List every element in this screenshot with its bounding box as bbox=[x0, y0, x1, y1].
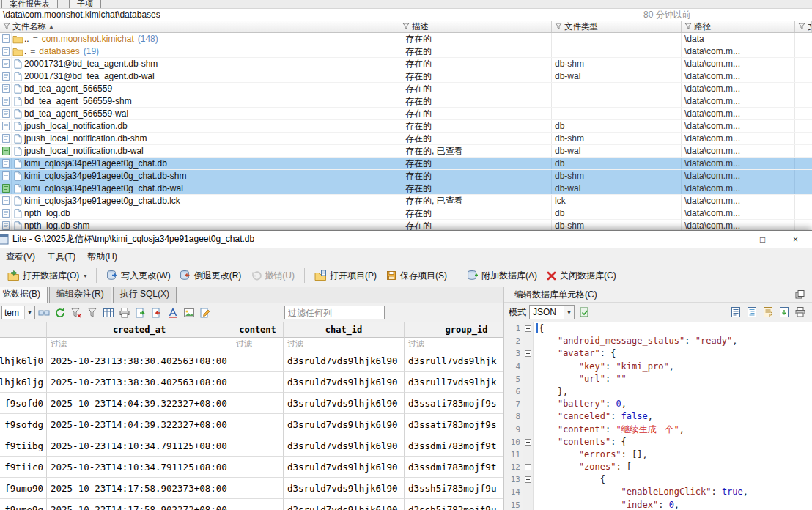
save-cell-icon[interactable] bbox=[777, 305, 791, 319]
fold-gutter[interactable] bbox=[523, 322, 534, 335]
column-filter-input[interactable]: 过滤 bbox=[284, 338, 405, 350]
menu-item-1[interactable]: 工具(T) bbox=[41, 248, 81, 265]
grid-cell[interactable]: 2025-10-23T13:38:30.402563+08:00 bbox=[47, 372, 232, 393]
grid-cell[interactable]: d3ssh5i783mojf9u bbox=[405, 478, 503, 499]
grid-cell[interactable]: d3srull7vds9lhjk bbox=[405, 350, 503, 372]
grid-cell[interactable]: d3ssdmi783mojf9t bbox=[405, 435, 503, 457]
json-code[interactable]: "content": "继续生成一个", bbox=[534, 424, 684, 436]
grid-cell[interactable]: f9sofdg bbox=[0, 414, 47, 435]
file-row[interactable]: bd_tea_agent_566559存在的\data\com.m... bbox=[0, 83, 812, 95]
grid-cell[interactable]: 2025-10-23T14:10:34.791125+08:00 bbox=[47, 457, 232, 478]
close-button[interactable]: × bbox=[779, 231, 812, 248]
grid-row[interactable]: f9sofdg2025-10-23T14:04:39.322327+08:00d… bbox=[0, 414, 503, 435]
file-row[interactable]: .=databases(19)存在的\data\com.m... bbox=[0, 45, 812, 58]
grid-cell[interactable]: 2025-10-23T14:04:39.322327+08:00 bbox=[47, 393, 232, 414]
grid-cell[interactable] bbox=[232, 499, 284, 510]
filter-funnel-icon[interactable] bbox=[555, 23, 562, 32]
tab-subitem[interactable]: 子项 bbox=[69, 0, 101, 9]
grid-row[interactable]: f9umo902025-10-23T14:17:58.902373+08:00d… bbox=[0, 478, 503, 499]
filter-funnel-icon[interactable] bbox=[402, 23, 410, 32]
minimize-button[interactable]: — bbox=[713, 231, 746, 248]
file-row[interactable]: jpush_local_notification.db存在的db\data\co… bbox=[0, 120, 812, 133]
tab-view-0[interactable]: 览数据(B) bbox=[0, 287, 48, 303]
filter-funnel-icon[interactable] bbox=[798, 23, 805, 32]
file-row[interactable]: jpush_local_notification.db-shm存在的db-shm… bbox=[0, 133, 812, 145]
json-code[interactable]: "enableLongClick": true, bbox=[534, 486, 748, 498]
file-row[interactable]: kimi_cqlosja34pe91ageet0g_chat.db-wal存在的… bbox=[0, 182, 812, 195]
grid-cell[interactable]: d3ssati783mojf9s bbox=[405, 393, 503, 414]
grid-cell[interactable]: d3sruld7vds9lhjk6l90 bbox=[284, 393, 405, 414]
json-code[interactable]: "battery": 0, bbox=[534, 398, 627, 410]
json-code[interactable]: "canceled": false, bbox=[534, 410, 653, 423]
mode-select-combo[interactable]: JSON ▼ bbox=[529, 305, 575, 319]
file-row[interactable]: npth_log.db-shm存在的db-shm\data\com.m... bbox=[0, 220, 812, 230]
file-row[interactable]: 20001731@bd_tea_agent.db-shm存在的db-shm\da… bbox=[0, 58, 812, 70]
link-table-icon[interactable] bbox=[37, 306, 51, 320]
refresh-icon[interactable] bbox=[53, 306, 67, 320]
column-header[interactable]: content bbox=[232, 322, 284, 338]
tab-view-1[interactable]: 编辑杂注(R) bbox=[49, 287, 111, 303]
grid-cell[interactable]: d3sruld7vds9lhjk6l90 bbox=[284, 499, 405, 510]
revert-changes-button[interactable]: 倒退更改(R) bbox=[176, 267, 246, 284]
grid-row[interactable]: lhjk6ljg2025-10-23T13:38:30.402563+08:00… bbox=[0, 372, 503, 393]
menu-item-0[interactable]: 查看(V) bbox=[0, 248, 41, 265]
file-row[interactable]: ..=com.moonshot.kimichat(148)存在的\data bbox=[0, 33, 812, 45]
undo-button[interactable]: 撤销(U) bbox=[246, 267, 298, 284]
json-code[interactable]: "url": "" bbox=[534, 373, 627, 385]
column-header[interactable]: created_at bbox=[47, 322, 232, 338]
fold-gutter[interactable] bbox=[523, 347, 534, 360]
edit-cell-dock-title[interactable]: 编辑数据库单元格(C) bbox=[504, 287, 812, 303]
json-code[interactable]: "errors": [], bbox=[534, 448, 648, 461]
grid-cell[interactable]: 2025-10-23T14:17:58.902373+08:00 bbox=[47, 478, 232, 499]
grid-cell[interactable]: f9tiibg bbox=[0, 435, 47, 457]
column-filter-input[interactable]: 过滤 bbox=[232, 338, 284, 350]
grid-cell[interactable] bbox=[232, 457, 284, 478]
column-header-desc[interactable]: 描述 bbox=[399, 21, 552, 32]
float-panel-icon[interactable] bbox=[795, 290, 805, 299]
file-row[interactable]: kimi_cqlosja34pe91ageet0g_chat.db存在的db\d… bbox=[0, 158, 812, 170]
fold-collapse-icon[interactable] bbox=[525, 476, 531, 483]
fold-collapse-icon[interactable] bbox=[525, 464, 531, 470]
grid-cell[interactable]: d3sruld7vds9lhjk6l90 bbox=[284, 414, 405, 435]
close-database-button[interactable]: 关闭数据库(C) bbox=[542, 267, 620, 284]
file-row[interactable]: 20001731@bd_tea_agent.db-wal存在的db-wal\da… bbox=[0, 70, 812, 83]
grid-cell[interactable] bbox=[232, 478, 284, 499]
grid-cell[interactable]: d3ssh5i783mojf9u bbox=[405, 499, 503, 510]
column-header-path[interactable]: 路径 bbox=[682, 21, 795, 32]
json-code[interactable]: }, bbox=[534, 385, 568, 398]
print-table-icon[interactable] bbox=[117, 306, 132, 320]
column-filter-input[interactable]: 过滤 bbox=[405, 338, 503, 350]
apply-cell-icon[interactable] bbox=[577, 305, 592, 319]
filter-funnel-icon[interactable] bbox=[3, 23, 10, 32]
clear-filters-icon[interactable] bbox=[69, 306, 84, 320]
grid-cell[interactable]: d3sruld7vds9lhjk6l90 bbox=[284, 435, 405, 457]
title-bar[interactable]: Lite - G:\2025龙信杯\tmp\kimi_cqlosja34pe91… bbox=[0, 231, 812, 248]
maximize-button[interactable]: □ bbox=[746, 231, 779, 248]
table-select-combo[interactable]: tem ▼ bbox=[1, 306, 35, 319]
export-records-icon[interactable] bbox=[150, 306, 164, 320]
font-icon[interactable] bbox=[166, 306, 180, 320]
text-view-icon[interactable] bbox=[728, 305, 743, 319]
grid-row[interactable]: f9tiic02025-10-23T14:10:34.791125+08:00d… bbox=[0, 457, 503, 478]
grid-cell[interactable] bbox=[232, 350, 284, 372]
filter-any-column-input[interactable] bbox=[284, 306, 385, 319]
tab-view-2[interactable]: 执行 SQL(X) bbox=[113, 287, 177, 303]
grid-cell[interactable]: lhjk6lj0 bbox=[0, 350, 47, 372]
edit-notes-icon[interactable] bbox=[198, 306, 213, 320]
json-code[interactable]: "zones": [ bbox=[534, 461, 632, 473]
grid-view-icon[interactable] bbox=[101, 306, 116, 320]
grid-cell[interactable]: lhjk6ljg bbox=[0, 372, 47, 393]
fold-gutter[interactable] bbox=[523, 436, 534, 448]
grid-cell[interactable] bbox=[232, 414, 284, 435]
grid-cell[interactable]: d3sruld7vds9lhjk6l90 bbox=[284, 350, 405, 372]
file-row[interactable]: kimi_cqlosja34pe91ageet0g_chat.db-shm存在的… bbox=[0, 170, 812, 182]
column-header[interactable]: chat_id bbox=[284, 322, 405, 338]
grid-cell[interactable]: 2025-10-23T13:38:30.402563+08:00 bbox=[47, 350, 232, 372]
fold-collapse-icon[interactable] bbox=[525, 350, 531, 357]
grid-cell[interactable]: 2025-10-23T14:10:34.791125+08:00 bbox=[47, 435, 232, 457]
open-project-button[interactable]: 打开项目(P) bbox=[311, 267, 380, 284]
grid-cell[interactable]: d3ssdmi783mojf9t bbox=[405, 457, 503, 478]
json-editor[interactable]: 1{2 "android_message_status": "ready",3 … bbox=[504, 322, 812, 510]
grid-cell[interactable]: 2025-10-23T14:04:39.322327+08:00 bbox=[47, 414, 232, 435]
column-header-name[interactable]: 文件名称▲ bbox=[0, 21, 399, 32]
